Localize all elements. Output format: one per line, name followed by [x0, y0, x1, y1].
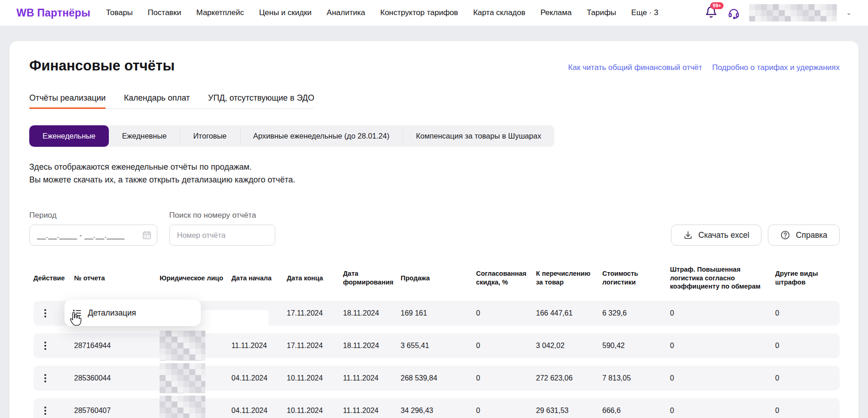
tab-realization-reports[interactable]: Отчёты реализации — [29, 93, 106, 109]
nav-right-cluster: 99+ ⌄ — [705, 4, 852, 21]
cell-date-end: 17.11.2024 — [287, 342, 343, 350]
cell-date-formed: 11.11.2024 — [343, 374, 401, 382]
report-tabs: Отчёты реализации Календарь оплат УПД, о… — [29, 93, 314, 109]
cell-to-transfer: 3 042,02 — [536, 342, 602, 350]
cell-date-end: 10.11.2024 — [287, 374, 343, 382]
content-card: Финансовые отчёты Как читать общий финан… — [10, 41, 858, 418]
nav-item-more[interactable]: Еще · 3 — [631, 8, 658, 17]
row-actions-kebab-button[interactable] — [37, 402, 54, 418]
nav-item-tariff-builder[interactable]: Конструктор тарифов — [380, 8, 458, 17]
row-actions-kebab-button[interactable] — [37, 305, 54, 322]
page-title: Финансовые отчёты — [29, 58, 175, 74]
cell-logistics: 666,6 — [602, 407, 670, 415]
context-menu: Детализация — [64, 300, 201, 326]
context-menu-flare — [199, 310, 268, 327]
col-header-date-start: Дата начала — [231, 274, 287, 283]
segment-archive-weekly[interactable]: Архивные еженедельные (до 28.01.24) — [240, 125, 403, 147]
top-nav: WB Партнёры Товары Поставки Маркетплейс … — [0, 0, 868, 26]
col-header-date-formed: Дата формирования — [343, 269, 401, 287]
segment-final[interactable]: Итоговые — [180, 125, 240, 147]
tab-upd-edo[interactable]: УПД, отсутствующие в ЭДО — [208, 93, 314, 109]
cell-report-no: 285760407 — [74, 407, 160, 415]
cell-date-formed: 18.11.2024 — [343, 342, 401, 350]
cell-date-start: 11.11.2024 — [231, 342, 287, 350]
table-row: 287164944 11.11.2024 17.11.2024 18.11.20… — [33, 333, 840, 358]
nav-item-warehouse-map[interactable]: Карта складов — [473, 8, 525, 17]
col-header-discount: Согласованная скидка, % — [476, 269, 536, 287]
cell-other-fines: 0 — [775, 407, 840, 415]
cell-date-start: 04.11.2024 — [231, 407, 287, 415]
notifications-button[interactable]: 99+ — [705, 6, 718, 20]
legal-entity-redacted — [160, 331, 205, 361]
report-number-search-input[interactable] — [169, 225, 275, 246]
cell-to-transfer: 29 631,53 — [536, 407, 602, 415]
cell-discount: 0 — [476, 342, 536, 350]
description-line-1: Здесь отображаются еженедельные отчёты п… — [29, 161, 840, 173]
support-headset-icon[interactable] — [728, 7, 740, 19]
table-row: 11.11.2024 17.11.2024 18.11.2024 169 161… — [33, 301, 840, 326]
row-actions-kebab-button[interactable] — [37, 338, 54, 354]
nav-item-ads[interactable]: Реклама — [541, 8, 572, 17]
col-header-sales: Продажа — [401, 274, 476, 283]
col-header-logistics-cost: Стоимость логистики — [602, 269, 670, 287]
main-menu: Товары Поставки Маркетплейс Цены и скидк… — [106, 8, 659, 17]
cell-date-start: 04.11.2024 — [231, 374, 287, 382]
search-field: Поиск по номеру отчёта — [169, 211, 275, 246]
segment-compensation[interactable]: Компенсация за товары в Шушарах — [402, 125, 554, 147]
search-label: Поиск по номеру отчёта — [169, 211, 275, 220]
cell-sales: 268 539,84 — [401, 374, 476, 382]
col-header-legal-entity: Юридическое лицо — [160, 274, 231, 283]
chevron-down-icon[interactable]: ⌄ — [846, 10, 852, 16]
download-icon — [683, 230, 693, 240]
link-tariffs-details[interactable]: Подробно о тарифах и удержаниях — [712, 63, 840, 72]
cell-logistics: 7 813,05 — [602, 374, 670, 382]
cell-report-no: 287164944 — [74, 342, 160, 350]
link-how-to-read-report[interactable]: Как читать общий финансовый отчёт — [568, 63, 702, 72]
period-input[interactable] — [29, 225, 157, 246]
cell-date-formed: 18.11.2024 — [343, 309, 401, 317]
help-links: Как читать общий финансовый отчёт Подроб… — [568, 63, 840, 74]
cell-date-formed: 11.11.2024 — [343, 407, 401, 415]
nav-item-goods[interactable]: Товары — [106, 8, 133, 17]
legal-entity-redacted — [160, 396, 205, 418]
col-header-report-no: № отчета — [74, 274, 160, 283]
tab-payment-calendar[interactable]: Календарь оплат — [124, 93, 190, 109]
col-header-date-end: Дата конца — [287, 274, 343, 283]
nav-item-analytics[interactable]: Аналитика — [327, 8, 365, 17]
nav-item-tariffs[interactable]: Тарифы — [587, 8, 616, 17]
segment-daily[interactable]: Ежедневные — [109, 125, 180, 147]
wb-logo[interactable]: WB Партнёры — [16, 7, 91, 19]
cell-logistics: 6 329,6 — [602, 309, 670, 317]
cell-discount: 0 — [476, 407, 536, 415]
segment-weekly[interactable]: Еженедельные — [29, 125, 109, 147]
notifications-badge: 99+ — [710, 2, 723, 9]
context-menu-item-detail[interactable]: Детализация — [88, 308, 136, 318]
help-button[interactable]: Справка — [768, 225, 840, 246]
cell-fine-oversize: 0 — [670, 309, 775, 317]
cell-report-no: 285360044 — [74, 374, 160, 382]
filters-row: Период Поиск по номеру отчёта — [29, 211, 840, 246]
cell-fine-oversize: 0 — [670, 407, 775, 415]
download-excel-button[interactable]: Скачать excel — [671, 225, 761, 246]
cell-logistics: 590,42 — [602, 342, 670, 350]
cell-fine-oversize: 0 — [670, 342, 775, 350]
nav-item-marketplace[interactable]: Маркетплейс — [196, 8, 244, 17]
cell-to-transfer: 272 623,06 — [536, 374, 602, 382]
cell-discount: 0 — [476, 309, 536, 317]
nav-item-prices[interactable]: Цены и скидки — [259, 8, 311, 17]
nav-item-supplies[interactable]: Поставки — [148, 8, 181, 17]
cell-discount: 0 — [476, 374, 536, 382]
question-circle-icon — [780, 230, 790, 240]
cell-fine-oversize: 0 — [670, 374, 775, 382]
cell-sales: 34 296,43 — [401, 407, 476, 415]
row-actions-kebab-button[interactable] — [37, 370, 54, 386]
description-line-2: Вы можете скачать их, а также открыть де… — [29, 173, 840, 186]
table-row: 285360044 04.11.2024 10.11.2024 11.11.20… — [33, 366, 840, 391]
calendar-icon[interactable] — [142, 230, 152, 242]
reports-table: Действие № отчета Юридическое лицо Дата … — [29, 265, 840, 418]
period-segments: Еженедельные Ежедневные Итоговые Архивны… — [29, 125, 554, 147]
account-name-redacted[interactable] — [749, 4, 837, 21]
cell-sales: 3 655,41 — [401, 342, 476, 350]
col-header-action: Действие — [33, 274, 74, 283]
col-header-to-transfer: К перечислению за товар — [536, 269, 602, 287]
